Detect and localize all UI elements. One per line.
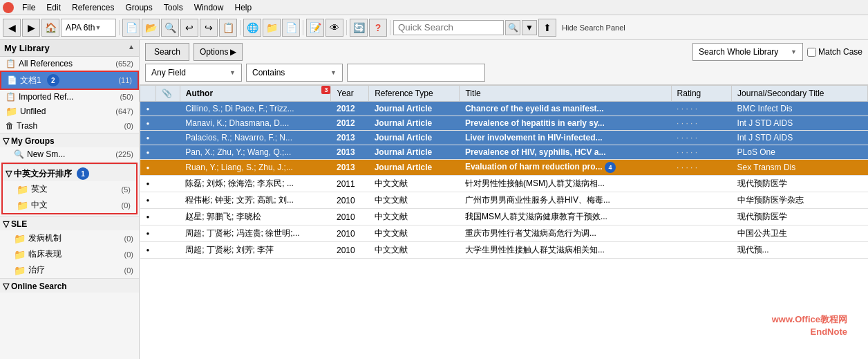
sidebar-item-newsm[interactable]: 🔍 New Sm... (225) xyxy=(0,147,139,161)
table-body: ●Cillino, S.; Di Pace, F.; Trizz...2012J… xyxy=(140,102,868,259)
my-groups-header[interactable]: ▽ My Groups xyxy=(0,133,139,147)
table-row[interactable]: ●周超; 丁贤彬; 冯连贵; 徐世明;...2010中文文献重庆市男性行者艾滋病… xyxy=(140,225,868,242)
hide-panel-btn[interactable]: Hide Search Panel xyxy=(558,22,630,33)
table-row[interactable]: ●Cillino, S.; Di Pace, F.; Trizz...2012J… xyxy=(140,102,868,116)
sidebar-item-clinical[interactable]: 📁 临床表现 (0) xyxy=(0,246,139,262)
unfiled-count: (647) xyxy=(115,107,133,116)
folder-btn[interactable]: 📁 xyxy=(263,19,281,37)
match-case-checkbox[interactable] xyxy=(807,48,816,57)
sidebar-item-doc1[interactable]: 📄 文档1 2 (11) xyxy=(0,71,139,90)
table-row[interactable]: ●Pan, X.; Zhu, Y.; Wang, Q.;...2013Journ… xyxy=(140,145,868,160)
sidebar-item-imported[interactable]: 📋 Imported Ref... (50) xyxy=(0,90,139,104)
trash-count: (0) xyxy=(124,122,133,130)
row-author: 周超; 丁贤彬; 冯连贵; 徐世明;... xyxy=(180,225,331,242)
style-dropdown[interactable]: APA 6th ▼ xyxy=(61,19,116,37)
search-value-input[interactable] xyxy=(347,64,485,82)
contains-dropdown[interactable]: Contains ▼ xyxy=(246,64,343,82)
home-btn[interactable]: 🏠 xyxy=(41,19,59,37)
row-reftype: Journal Article xyxy=(369,160,460,176)
row-attach xyxy=(155,225,180,242)
row-year: 2013 xyxy=(331,145,369,160)
menu-edit[interactable]: Edit xyxy=(41,1,66,14)
open-btn[interactable]: 📂 xyxy=(142,19,160,37)
options-button[interactable]: Options ▶ xyxy=(194,43,243,61)
pathogen-icon: 📁 xyxy=(14,233,26,244)
row-journal: 中国公共卫生 xyxy=(732,225,868,242)
sidebar-item-unfiled[interactable]: 📁 Unfiled (647) xyxy=(0,104,139,119)
row-rating: · · · · · xyxy=(671,145,731,160)
menu-groups[interactable]: Groups xyxy=(120,1,158,14)
row-dot: ● xyxy=(140,242,156,259)
copy-btn[interactable]: 📋 xyxy=(219,19,237,37)
row-dot: ● xyxy=(140,225,156,242)
menu-help[interactable]: Help xyxy=(229,1,257,14)
menu-window[interactable]: Window xyxy=(189,1,229,14)
row-reftype: Journal Article xyxy=(369,116,460,131)
clinical-label: 临床表现 xyxy=(28,248,62,260)
row-dot: ● xyxy=(140,192,156,209)
online-search-header[interactable]: ▽ Online Search xyxy=(0,278,139,293)
col-header-indicator[interactable] xyxy=(140,86,156,102)
menu-references[interactable]: References xyxy=(66,1,120,14)
table-row[interactable]: ●Palacios, R.; Navarro, F.; N...2013Jour… xyxy=(140,131,868,145)
sidebar-item-english[interactable]: 📁 英文 (5) xyxy=(3,181,136,197)
clinical-count: (0) xyxy=(124,250,133,259)
table-row[interactable]: ●Manavi, K.; Dhasmana, D....2012Journal … xyxy=(140,116,868,131)
table-row[interactable]: ●Ruan, Y.; Liang, S.; Zhu, J.;...2013Jou… xyxy=(140,160,868,176)
english-label: 英文 xyxy=(31,183,48,195)
sidebar-item-chinese[interactable]: 📁 中文 (0) xyxy=(3,197,136,213)
row-dot: ● xyxy=(140,176,156,192)
main-layout: My Library ▲ 📋 All References (652) 📄 文档… xyxy=(0,40,868,359)
quick-search-btn[interactable]: 🔍 xyxy=(505,20,520,35)
col-header-rating[interactable]: Rating xyxy=(671,86,731,102)
find-full-text-btn[interactable]: 🔍 xyxy=(161,19,179,37)
table-row[interactable]: ●陈磊; 刘烁; 徐海浩; 李东民; ...2011中文文献针对男性性接触(MS… xyxy=(140,176,868,192)
col-header-year[interactable]: Year xyxy=(331,86,369,102)
table-row[interactable]: ●周超; 丁贤彬; 刘芳; 李萍2010中文文献大学生男性性接触人群艾滋病相关知… xyxy=(140,242,868,259)
imported-icon: 📋 xyxy=(6,92,16,102)
col-header-journal[interactable]: Journal/Secondary Title xyxy=(732,86,868,102)
sidebar-item-treatment[interactable]: 📁 治疗 (0) xyxy=(0,262,139,278)
help-btn[interactable]: ? xyxy=(369,19,387,37)
search-button[interactable]: Search xyxy=(145,43,189,61)
row-journal: PLoS One xyxy=(732,145,868,160)
search-options-btn[interactable]: ▼ xyxy=(522,20,537,35)
sle-header[interactable]: ▽ SLE xyxy=(0,216,139,230)
quick-search-input[interactable] xyxy=(393,20,504,35)
table-row[interactable]: ●程伟彬; 钟斐; 文芳; 高凯; 刘...2010中文文献广州市男男商业性服务… xyxy=(140,192,868,209)
col-header-reftype[interactable]: Reference Type xyxy=(369,86,460,102)
upload-btn[interactable]: ⬆ xyxy=(538,19,556,37)
sync-btn[interactable]: 🔄 xyxy=(350,19,368,37)
row-title: Prevalence of HIV, syphilis, HCV a... xyxy=(460,145,671,160)
back-btn[interactable]: ◀ xyxy=(3,19,21,37)
sidebar-item-pathogen[interactable]: 📁 发病机制 (0) xyxy=(0,230,139,246)
browser-btn[interactable]: 🌐 xyxy=(243,19,261,37)
redo-btn[interactable]: ↪ xyxy=(200,19,218,37)
sidebar-item-all-refs[interactable]: 📋 All References (652) xyxy=(0,57,139,71)
col-header-title[interactable]: Title xyxy=(460,86,671,102)
forward-btn[interactable]: ▶ xyxy=(22,19,40,37)
english-folder-icon: 📁 xyxy=(17,184,28,195)
menu-tools[interactable]: Tools xyxy=(158,1,189,14)
my-groups-collapse: ▽ xyxy=(3,136,9,146)
search-whole-dropdown[interactable]: Search Whole Library ▼ xyxy=(692,43,803,61)
col-header-author[interactable]: Author 3 xyxy=(180,86,331,102)
row-rating xyxy=(671,192,731,209)
new-ref-btn[interactable]: 📄 xyxy=(122,19,140,37)
doc1-count: (11) xyxy=(118,76,132,84)
row-author: 赵星; 郭鹏飞; 李晓松 xyxy=(180,209,331,225)
doc-btn[interactable]: 📄 xyxy=(282,19,300,37)
col-header-attach[interactable]: 📎 xyxy=(155,86,180,102)
chinese-group-header[interactable]: ▽ 中英文分开排序 1 xyxy=(3,164,136,181)
undo-btn[interactable]: ↩ xyxy=(180,19,198,37)
sidebar-collapse-btn[interactable]: ▲ xyxy=(128,43,135,53)
separator1 xyxy=(119,20,120,35)
table-row[interactable]: ●赵星; 郭鹏飞; 李晓松2010中文文献我国MSM人群艾滋病健康教育干预效..… xyxy=(140,209,868,225)
field-dropdown[interactable]: Any Field ▼ xyxy=(145,64,242,82)
match-case-label[interactable]: Match Case xyxy=(807,47,862,57)
sidebar-item-trash[interactable]: 🗑 Trash (0) xyxy=(0,119,139,133)
menu-file[interactable]: File xyxy=(17,1,41,14)
separator5 xyxy=(390,20,390,35)
preview-btn[interactable]: 👁 xyxy=(326,19,343,37)
format-btn[interactable]: 📝 xyxy=(306,19,324,37)
